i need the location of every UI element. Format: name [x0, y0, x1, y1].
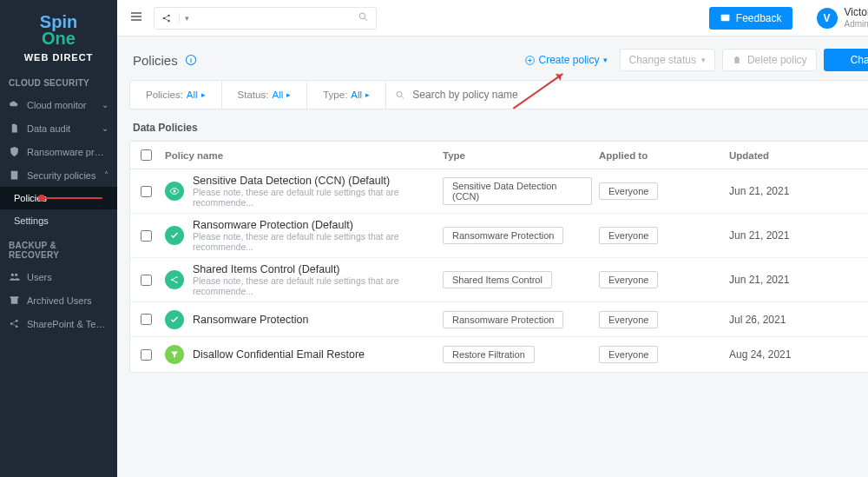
row-checkbox[interactable] [141, 314, 152, 325]
global-search-input[interactable] [194, 8, 351, 29]
search-icon [395, 89, 405, 101]
policy-search-input[interactable] [411, 88, 868, 102]
sidebar-item-sharepoint-teams[interactable]: SharePoint & Teams [0, 312, 117, 335]
menu-toggle-icon[interactable] [129, 10, 143, 26]
col-type[interactable]: Type [439, 150, 595, 161]
col-updated[interactable]: Updated [726, 150, 865, 161]
sidebar-item-label: SharePoint & Teams [27, 319, 108, 329]
sidebar-item-security-policies[interactable]: Security policies˄ [0, 163, 117, 187]
search-icon[interactable] [351, 11, 376, 25]
col-name[interactable]: Policy name [161, 150, 439, 161]
annotation-arrow [42, 197, 102, 199]
policy-applied-pill: Everyone [599, 227, 658, 244]
chevron-down-icon: ⌄ [102, 123, 108, 133]
row-checkbox[interactable] [141, 230, 152, 242]
table-row[interactable]: Disallow Confidential Email RestoreResto… [130, 337, 868, 372]
policy-name: Disallow Confidential Email Restore [193, 348, 365, 361]
policy-note: Please note, these are default rule sett… [193, 187, 436, 208]
sidebar-item-label: Ransomware protection [27, 147, 108, 157]
sidebar: Spin One WEB DIRECT CLOUD SECURITYCloud … [0, 0, 117, 477]
policy-icon [9, 169, 20, 181]
brand-subtitle: WEB DIRECT [0, 52, 117, 63]
sidebar-subitem-settings[interactable]: Settings [0, 209, 117, 232]
priority-icon [834, 55, 845, 66]
share-search-box: ▾ [154, 7, 377, 30]
delete-policy-label: Delete policy [747, 54, 807, 66]
row-checkbox[interactable] [141, 186, 152, 197]
sidebar-item-archived-users[interactable]: Archived Users [0, 288, 117, 312]
policy-applied-pill: Everyone [599, 182, 658, 200]
svg-point-15 [176, 276, 178, 278]
row-checkbox[interactable] [141, 349, 152, 361]
filter-status[interactable]: Status: All ▸ [222, 81, 308, 109]
svg-point-4 [168, 14, 170, 17]
svg-text:i: i [190, 57, 192, 63]
shield-icon [9, 146, 20, 157]
share-icon[interactable] [155, 13, 180, 23]
policy-type-pill: Ransomware Protection [443, 227, 563, 244]
svg-point-3 [163, 17, 166, 19]
svg-point-0 [10, 322, 13, 325]
policy-applied-pill: Everyone [599, 271, 658, 288]
table-row[interactable]: Sensitive Data Detection (CCN) (Default)… [130, 169, 868, 214]
cloud-icon [9, 99, 20, 110]
table-header: Policy name Type Applied to Updated Stat… [130, 142, 868, 169]
page-title: Policies [133, 53, 178, 68]
filter-policies[interactable]: Policies: All ▸ [130, 81, 222, 109]
row-checkbox[interactable] [141, 275, 152, 286]
svg-rect-7 [720, 15, 729, 22]
sidebar-item-label: Users [27, 272, 108, 282]
policy-type-pill: Ransomware Protection [443, 311, 563, 328]
policy-type-pill: Restore Filtration [443, 346, 535, 363]
sidebar-heading: BACKUP & RECOVERY [0, 232, 117, 265]
sidebar-item-cloud-monitor[interactable]: Cloud monitor⌄ [0, 93, 117, 116]
chevron-down-icon: ⌄ [102, 100, 108, 109]
policy-name: Shared Items Control (Default) [193, 263, 436, 275]
svg-point-6 [359, 13, 365, 19]
policy-badge-icon [165, 310, 184, 329]
sidebar-subitem-policies[interactable]: Policies [0, 187, 117, 209]
policy-badge-icon [165, 345, 184, 364]
svg-point-11 [397, 91, 402, 96]
share-caret-icon[interactable]: ▾ [180, 14, 194, 23]
create-policy-button[interactable]: Create policy ▾ [519, 50, 613, 70]
col-status[interactable]: Status [865, 150, 868, 161]
policy-name: Ransomware Protection [193, 314, 308, 326]
sidebar-item-data-audit[interactable]: Data audit⌄ [0, 116, 117, 140]
archive-icon [9, 295, 20, 306]
table-row[interactable]: Ransomware ProtectionRansomware Protecti… [130, 302, 868, 337]
table-row[interactable]: Ransomware Protection (Default)Please no… [130, 214, 868, 258]
sidebar-item-label: Archived Users [27, 295, 108, 306]
user-role: Admin [845, 19, 868, 29]
section-title: Data Policies [129, 109, 868, 141]
info-icon[interactable]: i [185, 54, 197, 66]
sidebar-item-users[interactable]: Users [0, 265, 117, 288]
feedback-label: Feedback [736, 12, 782, 24]
delete-policy-button[interactable]: Delete policy [722, 49, 817, 71]
policy-badge-icon [165, 226, 184, 245]
sidebar-item-label: Data audit [27, 123, 95, 134]
policy-applied-pill: Everyone [599, 311, 658, 328]
sidebar-item-label: Security policies [27, 170, 97, 181]
sidebar-item-label: Cloud monitor [27, 100, 95, 110]
svg-point-2 [16, 325, 18, 328]
feedback-button[interactable]: Feedback [709, 7, 792, 30]
policy-type-pill: Shared Items Control [443, 271, 552, 288]
select-all-checkbox[interactable] [141, 149, 152, 161]
sidebar-item-ransomware-protection[interactable]: Ransomware protection [0, 140, 117, 163]
policy-updated: Aug 24, 2021 [726, 348, 865, 361]
change-priority-label: Change priority [851, 54, 868, 66]
filter-type[interactable]: Type: All ▸ [307, 81, 386, 109]
file-icon [9, 123, 20, 134]
user-menu[interactable]: V Victor Smith Admin [817, 7, 868, 28]
change-status-button[interactable]: Change status ▾ [620, 49, 715, 71]
create-policy-label: Create policy [539, 54, 600, 66]
change-priority-button[interactable]: Change priority [824, 49, 868, 71]
policy-badge-icon [165, 270, 184, 289]
mail-icon [720, 12, 731, 23]
svg-point-1 [16, 320, 18, 322]
table-row[interactable]: Shared Items Control (Default)Please not… [130, 258, 868, 302]
policy-type-pill: Sensitive Data Detection (CCN) [443, 177, 592, 205]
page-header: Policies i Create policy ▾ Change status… [129, 36, 868, 80]
col-applied[interactable]: Applied to [595, 150, 726, 161]
